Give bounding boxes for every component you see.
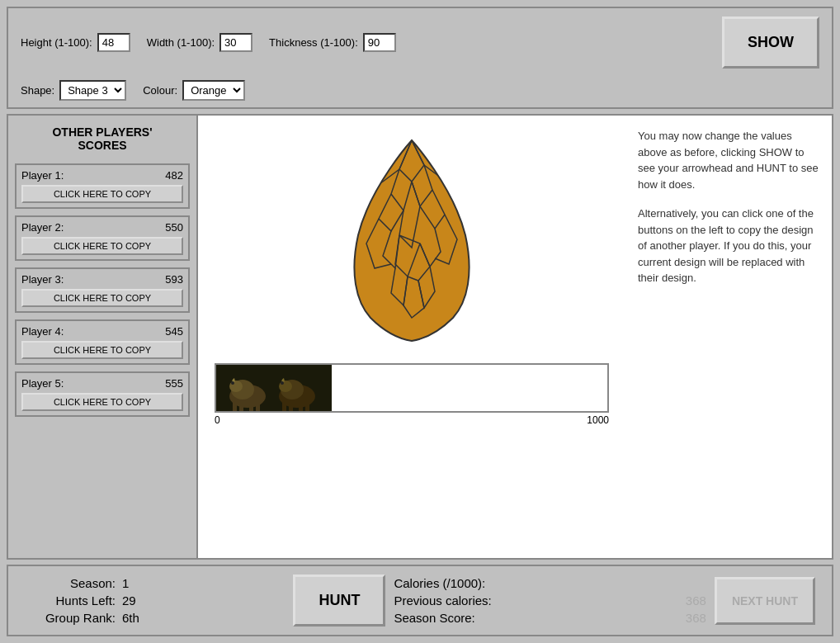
- top-panel: Height (1-100): Width (1-100): Thickness…: [7, 7, 833, 78]
- arrowhead-display: [329, 132, 494, 347]
- next-hunt-button[interactable]: NEXT HUNT: [715, 577, 815, 625]
- rank-row: Group Rank: 6th: [25, 611, 285, 625]
- player-4-copy-button[interactable]: CLICK HERE TO COPY: [21, 341, 183, 359]
- prev-calories-value: 368: [686, 593, 706, 608]
- center-panel: 0 1000: [198, 116, 625, 558]
- progress-bar-container: [215, 363, 609, 413]
- player-2-label: Player 2:: [21, 221, 64, 234]
- svg-rect-14: [305, 404, 309, 411]
- progress-labels: 0 1000: [215, 414, 609, 426]
- width-control: Width (1-100):: [147, 33, 252, 52]
- main-container: Height (1-100): Width (1-100): Thickness…: [0, 0, 840, 643]
- rank-label: Group Rank:: [25, 611, 116, 625]
- player-1-score: 482: [165, 169, 183, 182]
- season-score-value: 368: [686, 611, 706, 625]
- shape-control: Shape: Shape 1 Shape 2 Shape 3 Shape 4: [21, 80, 126, 101]
- right-panel: You may now change the values above as b…: [625, 116, 832, 558]
- player-4-row: Player 4: 545: [21, 325, 183, 338]
- player-5-copy-button[interactable]: CLICK HERE TO COPY: [21, 393, 183, 411]
- progress-min: 0: [215, 414, 220, 426]
- height-input[interactable]: [97, 33, 130, 52]
- hunt-button[interactable]: HUNT: [293, 574, 385, 626]
- height-control: Height (1-100):: [21, 33, 130, 52]
- shape-label: Shape:: [21, 84, 54, 97]
- height-label: Height (1-100):: [21, 36, 92, 49]
- svg-rect-4: [239, 403, 243, 411]
- player-5-row: Player 5: 555: [21, 377, 183, 390]
- rank-value: 6th: [122, 611, 155, 625]
- thickness-label: Thickness (1-100):: [269, 36, 358, 49]
- width-label: Width (1-100):: [147, 36, 215, 49]
- season-row: Season: 1: [25, 576, 285, 590]
- left-panel: OTHER PLAYERS'SCORES Player 1: 482 CLICK…: [8, 116, 198, 558]
- prev-calories-row: Previous calories: 368: [394, 593, 706, 608]
- svg-point-16: [281, 381, 284, 385]
- thickness-control: Thickness (1-100):: [269, 33, 396, 52]
- svg-rect-5: [249, 404, 253, 411]
- progress-max: 1000: [587, 414, 609, 426]
- svg-rect-12: [289, 403, 293, 411]
- player-1-row: Player 1: 482: [21, 169, 183, 182]
- bison-image: [216, 365, 332, 411]
- shape-colour-row: Shape: Shape 1 Shape 2 Shape 3 Shape 4 C…: [7, 77, 833, 109]
- bottom-panel: Season: 1 Hunts Left: 29 Group Rank: 6th…: [7, 565, 833, 636]
- hunts-row: Hunts Left: 29: [25, 593, 285, 608]
- svg-rect-3: [233, 403, 237, 411]
- player-3-label: Player 3:: [21, 273, 64, 286]
- prev-calories-label: Previous calories:: [394, 593, 491, 608]
- player-4-label: Player 4:: [21, 325, 64, 338]
- player-2-score: 550: [165, 221, 183, 234]
- calories-row: Calories (/1000):: [394, 576, 706, 590]
- calories-label: Calories (/1000):: [394, 576, 485, 590]
- player-3-entry: Player 3: 593 CLICK HERE TO COPY: [15, 267, 190, 313]
- stats-left: Season: 1 Hunts Left: 29 Group Rank: 6th: [25, 576, 285, 625]
- other-players-title: OTHER PLAYERS'SCORES: [15, 122, 190, 155]
- svg-point-8: [231, 381, 234, 385]
- season-score-row: Season Score: 368: [394, 611, 706, 625]
- player-2-entry: Player 2: 550 CLICK HERE TO COPY: [15, 215, 190, 261]
- player-3-score: 593: [165, 273, 183, 286]
- width-input[interactable]: [219, 33, 252, 52]
- svg-rect-6: [256, 404, 260, 411]
- colour-select[interactable]: Red Orange Yellow Brown: [182, 80, 245, 101]
- season-score-label: Season Score:: [394, 611, 474, 625]
- bison-svg: [216, 365, 332, 411]
- stats-right: Calories (/1000): Previous calories: 368…: [394, 576, 706, 625]
- arrowhead-svg: [346, 136, 478, 343]
- svg-rect-13: [299, 404, 303, 411]
- player-1-entry: Player 1: 482 CLICK HERE TO COPY: [15, 163, 190, 209]
- middle-section: OTHER PLAYERS'SCORES Player 1: 482 CLICK…: [7, 114, 833, 560]
- player-2-row: Player 2: 550: [21, 221, 183, 234]
- season-label: Season:: [25, 576, 116, 590]
- player-3-copy-button[interactable]: CLICK HERE TO COPY: [21, 289, 183, 307]
- thickness-input[interactable]: [363, 33, 396, 52]
- player-5-score: 555: [165, 377, 183, 390]
- info-text-1: You may now change the values above as b…: [638, 128, 819, 192]
- hunts-value: 29: [122, 593, 155, 608]
- player-5-label: Player 5:: [21, 377, 64, 390]
- hunts-label: Hunts Left:: [25, 593, 116, 608]
- colour-control: Colour: Red Orange Yellow Brown: [143, 80, 245, 101]
- player-5-entry: Player 5: 555 CLICK HERE TO COPY: [15, 371, 190, 417]
- player-2-copy-button[interactable]: CLICK HERE TO COPY: [21, 237, 183, 255]
- player-3-row: Player 3: 593: [21, 273, 183, 286]
- player-4-entry: Player 4: 545 CLICK HERE TO COPY: [15, 319, 190, 365]
- season-value: 1: [122, 576, 155, 590]
- colour-label: Colour:: [143, 84, 177, 97]
- player-4-score: 545: [165, 325, 183, 338]
- svg-rect-11: [282, 403, 286, 411]
- player-1-copy-button[interactable]: CLICK HERE TO COPY: [21, 185, 183, 203]
- shape-select[interactable]: Shape 1 Shape 2 Shape 3 Shape 4: [59, 80, 126, 101]
- player-1-label: Player 1:: [21, 169, 64, 182]
- progress-area: 0 1000: [206, 363, 617, 426]
- show-button[interactable]: SHOW: [722, 17, 819, 69]
- info-text-2: Alternatively, you can click one of the …: [638, 206, 819, 286]
